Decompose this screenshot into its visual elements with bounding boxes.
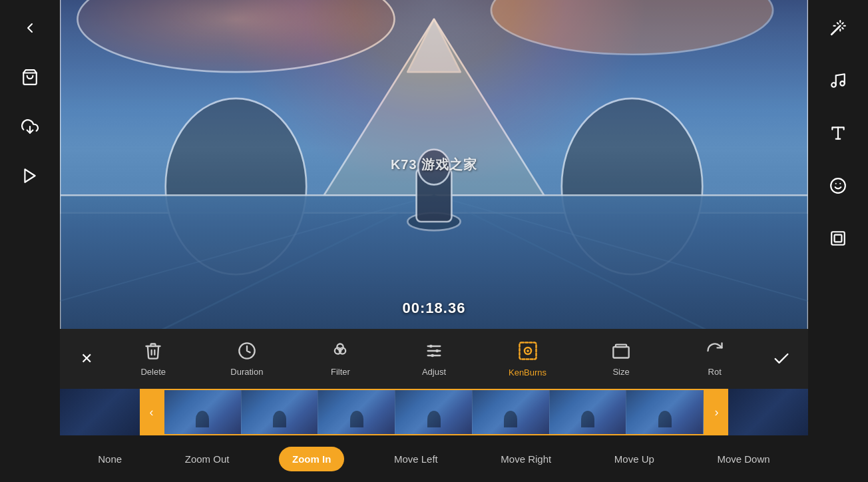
size-icon [612,342,630,363]
delete-icon [144,342,162,363]
timeline-next-button[interactable]: › [705,389,728,435]
bottom-options: None Zoom Out Zoom In Move Left Move Rig… [60,435,808,482]
right-sidebar [808,0,868,482]
close-button[interactable]: ✕ [67,350,107,367]
svg-rect-31 [613,347,628,358]
timeline-prev-button[interactable]: ‹ [140,389,163,435]
svg-line-39 [842,28,843,29]
timeline-frame-2 [242,390,319,434]
toolbar-items: Delete Duration [107,341,761,377]
text-button[interactable] [823,119,853,148]
svg-rect-32 [616,344,626,347]
option-move-down[interactable]: Move Down [704,447,783,471]
option-move-left[interactable]: Move Left [381,447,451,471]
sticker-button[interactable] [823,224,853,253]
toolbar-item-delete[interactable]: Delete [130,342,176,377]
svg-marker-2 [25,169,35,182]
svg-line-41 [831,26,840,35]
rot-label: Rot [708,367,722,377]
watermark: K73 游戏之家 [391,156,477,174]
kenburns-icon [518,341,538,363]
option-zoom-in[interactable]: Zoom In [279,447,344,471]
option-none[interactable]: None [85,447,135,471]
emoji-button[interactable] [823,171,853,200]
svg-point-43 [840,81,845,85]
svg-point-25 [429,344,433,348]
left-sidebar [0,0,60,482]
svg-point-46 [831,178,845,193]
music-button[interactable] [823,66,853,95]
filter-label: Filter [331,367,350,377]
toolbar-item-rot[interactable]: Rot [692,342,738,377]
kenburns-label: KenBurns [509,367,546,377]
timeline: ‹ › [60,389,808,435]
toolbar-item-kenburns[interactable]: KenBurns [505,341,551,377]
timeline-frame-3 [318,390,395,434]
main-content: K73 游戏之家 00:18.36 ✕ Delete [60,0,808,482]
option-zoom-out[interactable]: Zoom Out [172,447,243,471]
toolbar-item-filter[interactable]: Filter [317,342,363,377]
video-timestamp: 00:18.36 [403,300,466,317]
option-move-up[interactable]: Move Up [601,447,668,471]
confirm-button[interactable] [761,350,801,368]
timeline-outside-right [728,389,808,435]
timeline-frame-5 [473,390,550,434]
timeline-frames [163,389,705,435]
svg-rect-49 [831,232,845,245]
svg-line-40 [837,23,839,24]
close-icon: ✕ [81,350,93,367]
svg-point-42 [831,83,836,87]
filter-icon [331,342,349,363]
magic-wand-button[interactable] [823,13,853,43]
toolbar-item-duration[interactable]: Duration [224,342,270,377]
toolbar-item-adjust[interactable]: Adjust [411,342,457,377]
timeline-frame-6 [550,390,627,434]
video-preview: K73 游戏之家 00:18.36 [60,0,808,329]
adjust-label: Adjust [422,367,446,377]
delete-label: Delete [140,367,166,377]
timeline-frame-7 [626,390,704,434]
svg-point-26 [435,349,439,352]
toolbar: ✕ Delete [60,329,808,389]
play-button[interactable] [15,161,45,190]
svg-point-30 [527,350,529,352]
svg-point-27 [431,354,434,357]
timeline-frame-4 [395,390,473,434]
back-button[interactable] [15,13,45,43]
toolbar-item-size[interactable]: Size [598,342,644,377]
timeline-frame-1 [164,390,242,434]
bag-button[interactable] [15,63,45,92]
timeline-outside-left [60,389,140,435]
adjust-icon [425,342,443,363]
rot-icon [706,342,724,363]
svg-rect-50 [835,235,842,242]
size-label: Size [612,367,629,377]
duration-icon [238,342,256,363]
duration-label: Duration [230,367,263,377]
option-move-right[interactable]: Move Right [487,447,564,471]
svg-line-37 [842,23,843,24]
watermark-text: K73 游戏之家 [391,156,477,174]
download-button[interactable] [15,112,45,141]
